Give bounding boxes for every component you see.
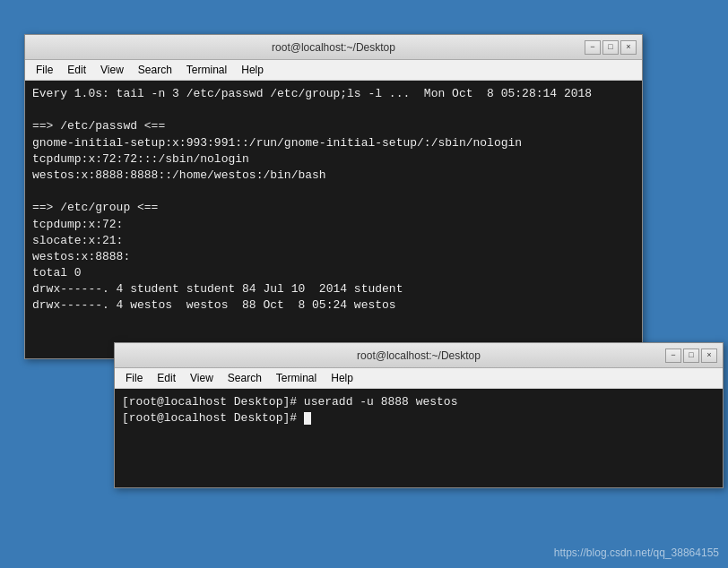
menu-search-2[interactable]: Search	[221, 370, 269, 386]
window-controls-1[interactable]: − □ ×	[585, 40, 637, 55]
menu-file-2[interactable]: File	[118, 370, 150, 386]
title-bar-1: root@localhost:~/Desktop − □ ×	[25, 35, 642, 60]
menu-terminal-2[interactable]: Terminal	[269, 370, 324, 386]
menu-help-1[interactable]: Help	[234, 62, 271, 78]
window-controls-2[interactable]: − □ ×	[665, 349, 717, 363]
terminal-body-2: [root@localhost Desktop]# useradd -u 888…	[115, 389, 723, 487]
menu-search-1[interactable]: Search	[131, 62, 179, 78]
minimize-button-2[interactable]: −	[665, 349, 681, 363]
close-button-1[interactable]: ×	[620, 40, 637, 55]
menu-bar-1: File Edit View Search Terminal Help	[25, 60, 642, 81]
terminal-window-1[interactable]: root@localhost:~/Desktop − □ × File Edit…	[24, 34, 643, 359]
title-bar-2: root@localhost:~/Desktop − □ ×	[115, 343, 723, 368]
terminal-body-1: Every 1.0s: tail -n 3 /etc/passwd /etc/g…	[25, 81, 642, 358]
menu-terminal-1[interactable]: Terminal	[179, 62, 234, 78]
menu-bar-2: File Edit View Search Terminal Help	[115, 368, 723, 389]
terminal-cursor	[304, 412, 311, 425]
maximize-button-1[interactable]: □	[602, 40, 619, 55]
close-button-2[interactable]: ×	[701, 349, 717, 363]
watermark: https://blog.csdn.net/qq_38864155	[554, 546, 719, 559]
minimize-button-1[interactable]: −	[585, 40, 601, 55]
menu-file-1[interactable]: File	[29, 62, 60, 78]
maximize-button-2[interactable]: □	[683, 349, 699, 363]
terminal-window-2[interactable]: root@localhost:~/Desktop − □ × File Edit…	[114, 342, 724, 488]
menu-edit-1[interactable]: Edit	[60, 62, 93, 78]
menu-view-2[interactable]: View	[183, 370, 221, 386]
window-title-1: root@localhost:~/Desktop	[272, 41, 395, 54]
menu-help-2[interactable]: Help	[324, 370, 360, 386]
menu-view-1[interactable]: View	[93, 62, 131, 78]
menu-edit-2[interactable]: Edit	[150, 370, 183, 386]
window-title-2: root@localhost:~/Desktop	[357, 349, 481, 362]
